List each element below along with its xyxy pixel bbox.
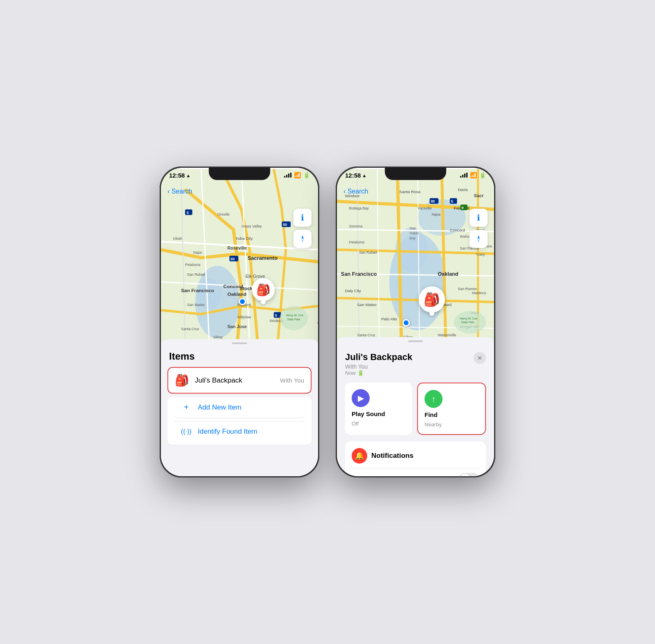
- bottom-sheet-1: Items 🎒 Juli's Backpack With You + Add N…: [161, 339, 318, 476]
- svg-text:San: San: [409, 226, 416, 230]
- phone-1-screen: 12:58 ▲ 📶 🔋: [161, 168, 318, 476]
- svg-text:Yuba City: Yuba City: [235, 236, 253, 241]
- info-button-1[interactable]: ℹ: [294, 209, 312, 227]
- actions-grid: ▶ Play Sound Off ↑ Find Nearby: [337, 376, 494, 441]
- notch-2: [385, 168, 446, 180]
- status-icons-2: 📶 🔋: [460, 172, 486, 178]
- notify-toggle[interactable]: [458, 473, 479, 476]
- backpack-pin-2: 🎒: [419, 286, 445, 313]
- svg-text:Sacr: Sacr: [474, 193, 484, 198]
- identify-icon: ((·)): [181, 428, 192, 435]
- svg-text:San Jose: San Jose: [227, 324, 247, 329]
- svg-text:Henry W. Coe: Henry W. Coe: [460, 317, 477, 320]
- item-status: With You: [280, 377, 304, 384]
- svg-text:Bodega Bay: Bodega Bay: [349, 206, 369, 210]
- backpack-pin-1: 🎒: [252, 278, 275, 301]
- svg-text:Vacaville: Vacaville: [418, 206, 432, 210]
- add-item-action[interactable]: + Add New Item: [174, 397, 305, 418]
- play-sound-name: Play Sound: [352, 410, 406, 417]
- notify-when-label: Notify When Found: [352, 475, 397, 476]
- sheet-handle-2: [408, 340, 423, 342]
- battery-indicator: 🔋: [357, 370, 364, 376]
- sheet-handle-1: [232, 342, 247, 344]
- wifi-icon-1: 📶: [294, 172, 301, 178]
- find-nearby-card[interactable]: ↑ Find Nearby: [417, 383, 486, 435]
- svg-text:Grass Valley: Grass Valley: [242, 224, 262, 228]
- svg-text:Petaluma: Petaluma: [349, 240, 365, 244]
- svg-text:Concord: Concord: [224, 284, 244, 289]
- svg-text:San Rafael: San Rafael: [187, 272, 205, 277]
- phone-2: 12:58 ▲ 📶 🔋: [336, 167, 495, 477]
- svg-text:Petaluma: Petaluma: [185, 263, 201, 267]
- svg-text:Sacramento: Sacramento: [248, 255, 278, 261]
- backpack-item-row[interactable]: 🎒 Juli's Backpack With You: [167, 367, 312, 394]
- svg-text:5: 5: [187, 211, 189, 215]
- phone-2-screen: 12:58 ▲ 📶 🔋: [337, 168, 494, 476]
- svg-text:State Park: State Park: [461, 321, 474, 324]
- svg-text:Watsonville: Watsonville: [438, 333, 456, 337]
- svg-text:Oakland: Oakland: [438, 271, 458, 277]
- svg-text:Oroville: Oroville: [217, 212, 230, 216]
- find-status: Nearby: [425, 421, 479, 428]
- svg-text:Pablo: Pablo: [409, 231, 419, 235]
- svg-text:9: 9: [461, 206, 463, 210]
- notifications-header: 🔔 Notifications: [352, 448, 479, 464]
- map-area-2[interactable]: Windsor Santa Rosa Davis Sacr Bodega Bay…: [337, 168, 494, 344]
- svg-text:CAL: CAL: [317, 321, 318, 325]
- back-button-2[interactable]: ‹ Search: [343, 187, 368, 196]
- time-1: 12:58 ▲: [169, 172, 190, 179]
- find-name: Find: [425, 411, 479, 418]
- add-icon: +: [181, 403, 192, 412]
- signal-icon-1: [284, 173, 291, 178]
- svg-text:5: 5: [275, 313, 277, 317]
- svg-text:Ukiah: Ukiah: [173, 236, 183, 241]
- notch-1: [209, 168, 270, 180]
- svg-text:Davis: Davis: [458, 187, 468, 192]
- map-controls-1: ℹ: [294, 209, 312, 248]
- battery-icon-2: 🔋: [479, 172, 486, 178]
- identify-item-action[interactable]: ((·)) Identify Found Item: [174, 422, 305, 441]
- svg-text:80: 80: [230, 257, 235, 261]
- play-sound-icon: ▶: [352, 389, 370, 407]
- svg-text:Bay: Bay: [409, 236, 416, 240]
- svg-text:Palo Alto: Palo Alto: [381, 317, 397, 321]
- close-button[interactable]: ✕: [474, 352, 486, 364]
- battery-icon-1: 🔋: [303, 172, 310, 178]
- svg-text:State Park: State Park: [287, 318, 300, 321]
- svg-text:San Francisco: San Francisco: [341, 271, 377, 277]
- phones-container: 12:58 ▲ 📶 🔋: [160, 167, 495, 477]
- svg-text:Gilroy: Gilroy: [213, 335, 223, 339]
- items-title: Items: [161, 351, 318, 367]
- map-controls-2: ℹ: [470, 209, 488, 248]
- svg-text:Santa Rosa: Santa Rosa: [400, 189, 421, 194]
- svg-text:San Ramon: San Ramon: [458, 287, 477, 291]
- svg-text:Santa Cruz: Santa Cruz: [181, 327, 199, 331]
- item-name: Juli's Backpack: [195, 376, 274, 385]
- svg-text:Sonoma: Sonoma: [349, 224, 363, 228]
- svg-text:Daly City: Daly City: [345, 288, 361, 293]
- identify-item-label: Identify Found Item: [198, 428, 257, 436]
- play-sound-card[interactable]: ▶ Play Sound Off: [345, 383, 412, 435]
- time-2: 12:58 ▲: [345, 172, 366, 179]
- location-dot-1: [239, 298, 246, 305]
- map-area-1[interactable]: Oroville Ukiah Grass Valley Roseville Yu…: [161, 168, 318, 344]
- location-button-1[interactable]: [294, 230, 312, 248]
- location-arrow-2: ▲: [362, 173, 366, 178]
- location-button-2[interactable]: [470, 230, 488, 248]
- wifi-icon-2: 📶: [470, 172, 477, 178]
- detail-subtitle: With You: [345, 363, 412, 370]
- find-nearby-icon: ↑: [425, 390, 443, 408]
- phone-1: 12:58 ▲ 📶 🔋: [160, 167, 319, 477]
- back-button-1[interactable]: ‹ Search: [167, 187, 192, 196]
- status-icons-1: 📶 🔋: [284, 172, 310, 178]
- info-button-2[interactable]: ℹ: [470, 209, 488, 227]
- svg-text:5: 5: [451, 199, 453, 203]
- location-arrow-1: ▲: [186, 173, 190, 178]
- detail-header: Juli's Backpack With You Now 🔋 ✕: [337, 349, 494, 376]
- svg-text:Napa: Napa: [431, 212, 440, 216]
- svg-text:80: 80: [283, 223, 287, 227]
- svg-text:San Mateo: San Mateo: [357, 302, 377, 307]
- bell-icon: 🔔: [352, 448, 367, 464]
- play-sound-status: Off: [352, 421, 406, 427]
- backpack-icon: 🎒: [175, 374, 189, 387]
